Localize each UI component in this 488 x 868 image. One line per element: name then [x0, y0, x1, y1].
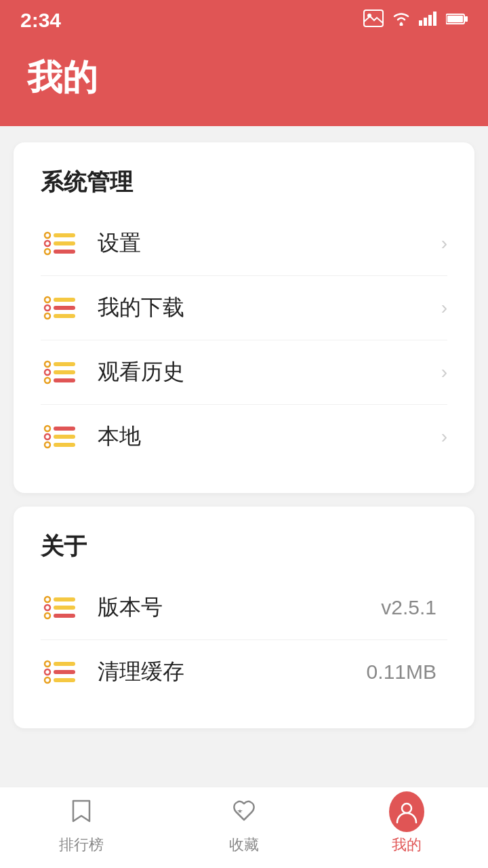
- svg-point-18: [45, 313, 50, 319]
- battery-icon: [446, 12, 468, 29]
- mine-icon: [389, 794, 424, 829]
- cache-value: 0.11MB: [367, 660, 436, 684]
- downloads-item[interactable]: 我的下载 ›: [41, 276, 447, 340]
- svg-rect-19: [54, 298, 75, 302]
- svg-rect-3: [419, 20, 422, 26]
- version-item: 版本号 v2.5.1: [41, 576, 447, 640]
- system-management-card: 系统管理 设置 ›: [14, 142, 474, 493]
- svg-point-16: [45, 297, 50, 302]
- nav-item-favorites[interactable]: 收藏: [163, 794, 325, 855]
- svg-point-17: [45, 305, 50, 311]
- history-icon: [41, 355, 81, 389]
- cache-item[interactable]: 清理缓存 0.11MB: [41, 640, 447, 704]
- local-label: 本地: [98, 422, 441, 452]
- wifi-icon: [392, 11, 411, 30]
- svg-point-10: [45, 233, 50, 238]
- svg-point-34: [45, 597, 50, 602]
- svg-rect-15: [54, 250, 75, 254]
- svg-rect-21: [54, 314, 75, 318]
- settings-label: 设置: [98, 229, 441, 258]
- main-content: 系统管理 设置 ›: [0, 126, 488, 787]
- downloads-label: 我的下载: [98, 293, 441, 323]
- svg-rect-13: [54, 233, 75, 237]
- ranking-icon: [64, 794, 99, 829]
- svg-point-12: [45, 249, 50, 254]
- svg-rect-44: [54, 670, 75, 674]
- version-icon: [41, 591, 81, 625]
- downloads-icon: [41, 291, 81, 325]
- local-chevron: ›: [441, 426, 447, 448]
- settings-icon: [41, 226, 81, 260]
- svg-point-40: [45, 661, 50, 667]
- svg-rect-31: [54, 427, 75, 431]
- svg-rect-25: [54, 362, 75, 366]
- about-card: 关于 版本号 v2.5.1: [14, 507, 474, 728]
- svg-rect-6: [433, 12, 436, 26]
- svg-point-30: [45, 442, 50, 448]
- local-icon: [41, 420, 81, 454]
- svg-point-42: [45, 677, 50, 683]
- status-icons: [363, 9, 468, 31]
- header: 我的: [0, 41, 488, 126]
- history-label: 观看历史: [98, 357, 441, 387]
- history-item[interactable]: 观看历史 ›: [41, 340, 447, 405]
- svg-point-2: [400, 23, 403, 26]
- svg-rect-32: [54, 435, 75, 439]
- local-item[interactable]: 本地 ›: [41, 405, 447, 469]
- svg-rect-20: [54, 306, 75, 310]
- bottom-nav: 排行榜 收藏 我的: [0, 787, 488, 868]
- nav-item-mine[interactable]: 我的: [325, 794, 488, 855]
- svg-point-11: [45, 241, 50, 246]
- svg-point-36: [45, 613, 50, 618]
- signal-icon: [419, 11, 438, 30]
- svg-point-35: [45, 605, 50, 610]
- nav-item-ranking[interactable]: 排行榜: [0, 794, 163, 855]
- mine-label: 我的: [392, 835, 422, 855]
- svg-rect-38: [54, 606, 75, 610]
- settings-item[interactable]: 设置 ›: [41, 212, 447, 276]
- downloads-chevron: ›: [441, 297, 447, 319]
- svg-rect-4: [424, 18, 427, 26]
- version-label: 版本号: [98, 593, 381, 623]
- svg-rect-37: [54, 597, 75, 601]
- image-icon: [363, 9, 384, 31]
- svg-rect-26: [54, 370, 75, 374]
- history-chevron: ›: [441, 361, 447, 383]
- svg-point-28: [45, 426, 50, 431]
- svg-point-46: [402, 804, 411, 813]
- svg-point-41: [45, 669, 50, 675]
- svg-point-23: [45, 370, 50, 375]
- cache-icon: [41, 655, 81, 689]
- ranking-label: 排行榜: [59, 835, 104, 855]
- svg-rect-5: [428, 15, 432, 26]
- status-time: 2:34: [20, 9, 61, 32]
- svg-point-29: [45, 434, 50, 439]
- svg-rect-45: [54, 678, 75, 682]
- system-section-title: 系统管理: [41, 167, 447, 198]
- favorites-label: 收藏: [229, 835, 259, 855]
- svg-rect-27: [54, 378, 75, 382]
- about-section-title: 关于: [41, 531, 447, 562]
- svg-rect-33: [54, 443, 75, 447]
- settings-chevron: ›: [441, 233, 447, 254]
- svg-rect-14: [54, 241, 75, 245]
- svg-rect-8: [447, 16, 463, 22]
- cache-label: 清理缓存: [98, 657, 367, 687]
- svg-point-24: [45, 378, 50, 383]
- svg-rect-43: [54, 662, 75, 666]
- svg-rect-9: [465, 16, 468, 22]
- status-bar: 2:34: [0, 0, 488, 41]
- svg-point-22: [45, 361, 50, 367]
- version-value: v2.5.1: [381, 596, 436, 619]
- svg-rect-39: [54, 614, 75, 618]
- page-title: 我的: [27, 54, 461, 102]
- favorites-icon: [226, 794, 262, 829]
